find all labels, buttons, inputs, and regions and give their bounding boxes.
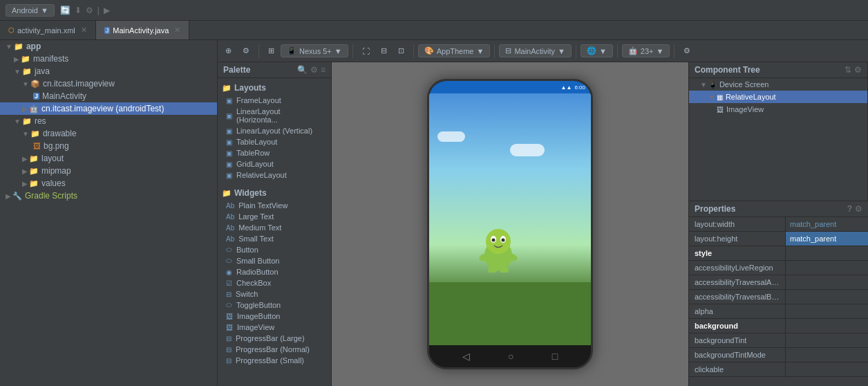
component-tree-title: Component Tree	[695, 65, 760, 75]
layout-btn[interactable]: ⊞	[263, 44, 279, 57]
togglebutton-icon: ⬭	[226, 301, 232, 309]
run-icon[interactable]: ▶	[104, 6, 110, 15]
tree-item-mainactivity[interactable]: J MainActivity	[0, 90, 217, 102]
tab-activity-main[interactable]: ⬡ activity_main.xml ✕	[0, 21, 96, 39]
small-button-label: Small Button	[236, 257, 279, 265]
prop-row-accessibility-before[interactable]: accessibilityTraversalBef...	[689, 290, 868, 304]
nav-home[interactable]: ○	[508, 351, 513, 362]
properties-help-icon[interactable]: ?	[847, 204, 852, 214]
tree-item-manifests[interactable]: ▶ 📁 manifests	[0, 53, 217, 65]
palette-item-plain-textview[interactable]: Ab Plain TextView	[218, 200, 331, 211]
android-dropdown[interactable]: Android ▼	[6, 4, 55, 17]
tree-item-bg-png[interactable]: 🖼 bg.png	[0, 140, 217, 152]
values-folder-icon: 📁	[29, 179, 39, 188]
palette-item-imagebutton[interactable]: 🖼 ImageButton	[218, 311, 331, 322]
palette-item-small-button[interactable]: ⬭ Small Button	[218, 255, 331, 266]
theme-dropdown[interactable]: 🎨 AppTheme ▼	[418, 44, 491, 57]
expand-btn[interactable]: ⛶	[357, 45, 375, 57]
progressbar-large-label: ProgressBar (Large)	[236, 334, 305, 342]
prop-row-accessibility-after[interactable]: accessibilityTraversalAft...	[689, 275, 868, 290]
medium-text-icon: Ab	[226, 224, 234, 232]
palette-item-progressbar-large[interactable]: ⊟ ProgressBar (Large)	[218, 333, 331, 344]
prop-row-background[interactable]: background	[689, 319, 868, 333]
palette-item-imageview[interactable]: 🖼 ImageView	[218, 322, 331, 333]
tree-item-java[interactable]: ▼ 📁 java	[0, 65, 217, 77]
collapse-btn[interactable]: ⊟	[376, 44, 392, 57]
tree-item-values[interactable]: ▶ 📁 values	[0, 177, 217, 190]
tree-item-package2[interactable]: ▶ 🤖 cn.itcast.imageview (androidTest)	[0, 102, 217, 115]
nav-recent[interactable]: □	[552, 351, 558, 362]
nav-back[interactable]: ◁	[462, 351, 470, 362]
tree-item-res[interactable]: ▼ 📁 res	[0, 115, 217, 127]
content-row: Palette 🔍 ⚙ ≡ 📁 Layouts ▣	[218, 62, 868, 386]
comp-tree-settings-icon[interactable]: ⚙	[854, 65, 862, 75]
palette-item-relativelayout[interactable]: ▣ RelativeLayout	[218, 169, 331, 181]
comp-tree-sort-icon[interactable]: ⇅	[845, 65, 851, 75]
toolbar-sep-1	[258, 44, 259, 58]
properties-settings-icon[interactable]: ⚙	[855, 204, 862, 214]
comp-item-device-screen[interactable]: ▼ 📱 Device Screen	[689, 78, 867, 91]
palette-item-framelayout[interactable]: ▣ FrameLayout	[218, 95, 331, 106]
api-dropdown[interactable]: 🤖 23+ ▼	[622, 44, 670, 57]
palette-widgets-header[interactable]: 📁 Widgets	[218, 186, 331, 200]
add-widget-btn[interactable]: ⊕	[220, 44, 236, 57]
palette-layouts-header[interactable]: 📁 Layouts	[218, 81, 331, 95]
palette-config-icon[interactable]: ⚙	[310, 65, 318, 75]
prop-row-alpha[interactable]: alpha	[689, 304, 868, 319]
tree-item-mipmap[interactable]: ▶ 📁 mipmap	[0, 165, 217, 177]
prop-row-layout-width[interactable]: layout:width match_parent	[689, 217, 868, 232]
nexus-dropdown[interactable]: 📱 Nexus 5+ ▼	[281, 44, 348, 57]
palette-more-icon[interactable]: ≡	[321, 65, 326, 75]
fit-btn[interactable]: ⊡	[393, 44, 409, 57]
palette-item-tablelayout[interactable]: ▣ TableLayout	[218, 136, 331, 147]
tree-item-gradle[interactable]: ▶ 🔧 Gradle Scripts	[0, 190, 217, 202]
settings-icon[interactable]: ⚙	[86, 6, 93, 15]
prop-row-layout-height[interactable]: layout:height match_parent	[689, 232, 868, 246]
palette-item-switch[interactable]: ⊟ Switch	[218, 288, 331, 300]
palette-item-small-text[interactable]: Ab Small Text	[218, 233, 331, 244]
sync-icon[interactable]: 🔄	[60, 6, 70, 15]
tab-main-activity[interactable]: J MainActivity.java ✕	[96, 21, 190, 39]
palette-item-linearlayout-h[interactable]: ▣ LinearLayout (Horizonta...	[218, 106, 331, 125]
palette-item-gridlayout[interactable]: ▣ GridLayout	[218, 158, 331, 169]
prop-value-accessibility-live	[786, 265, 868, 270]
tab-main-activity-close[interactable]: ✕	[174, 26, 180, 35]
palette-item-progressbar-small[interactable]: ⊟ ProgressBar (Small)	[218, 355, 331, 366]
component-tree: Component Tree ⇅ ⚙ ▼ 📱 Device Scr	[688, 62, 868, 201]
palette-search-icon[interactable]: 🔍	[297, 65, 308, 75]
palette-item-button[interactable]: ⬭ Button	[218, 244, 331, 255]
tree-item-app[interactable]: ▼ 📁 app	[0, 40, 217, 53]
prop-row-accessibility-live[interactable]: accessibilityLiveRegion	[689, 261, 868, 275]
palette-item-togglebutton[interactable]: ⬭ ToggleButton	[218, 300, 331, 311]
prop-row-background-tint-mode[interactable]: backgroundTintMode	[689, 348, 868, 362]
prop-row-clickable[interactable]: clickable	[689, 362, 868, 377]
prop-row-background-tint[interactable]: backgroundTint	[689, 333, 868, 348]
tab-activity-main-close[interactable]: ✕	[81, 26, 87, 35]
palette-item-linearlayout-v[interactable]: ▣ LinearLayout (Vertical)	[218, 125, 331, 136]
comp-item-relativelayout[interactable]: ▼ ▦ RelativeLayout	[689, 91, 867, 103]
drawable-arrow: ▼	[22, 130, 29, 138]
tree-item-package1[interactable]: ▼ 📦 cn.itcast.imageview	[0, 77, 217, 90]
tablelayout-icon: ▣	[226, 138, 232, 146]
top-bar: Android ▼ 🔄 ⬇ ⚙ | ▶	[0, 0, 868, 21]
toolbar-row: ⊕ ⚙ ⊞ 📱 Nexus 5+ ▼ ⛶ ⊟ ⊡ 🎨 AppTheme ▼	[218, 40, 868, 62]
tree-item-drawable[interactable]: ▼ 📁 drawable	[0, 127, 217, 140]
palette-item-medium-text[interactable]: Ab Medium Text	[218, 222, 331, 233]
palette-widgets-section: 📁 Widgets Ab Plain TextView Ab Large Tex…	[218, 183, 331, 369]
palette-item-checkbox[interactable]: ☑ CheckBox	[218, 277, 331, 288]
comp-item-imageview[interactable]: 🖼 ImageView	[689, 103, 867, 116]
activity-dropdown[interactable]: ⊟ MainActivity ▼	[499, 44, 572, 57]
download-icon[interactable]: ⬇	[75, 6, 82, 15]
palette-item-progressbar-normal[interactable]: ⊟ ProgressBar (Normal)	[218, 344, 331, 355]
radiobutton-label: RadioButton	[236, 268, 279, 276]
palette-item-large-text[interactable]: Ab Large Text	[218, 211, 331, 222]
prop-row-style[interactable]: style	[689, 246, 868, 261]
palette-item-tablerow[interactable]: ▣ TableRow	[218, 147, 331, 158]
tree-item-layout[interactable]: ▶ 📁 layout	[0, 152, 217, 165]
locale-dropdown[interactable]: 🌐 ▼	[581, 44, 613, 57]
imageview-palette-icon: 🖼	[226, 324, 233, 331]
config-btn[interactable]: ⚙	[238, 44, 254, 57]
palette-item-radiobutton[interactable]: ◉ RadioButton	[218, 266, 331, 277]
settings-btn[interactable]: ⚙	[679, 44, 695, 57]
android-api-icon: 🤖	[628, 46, 638, 55]
